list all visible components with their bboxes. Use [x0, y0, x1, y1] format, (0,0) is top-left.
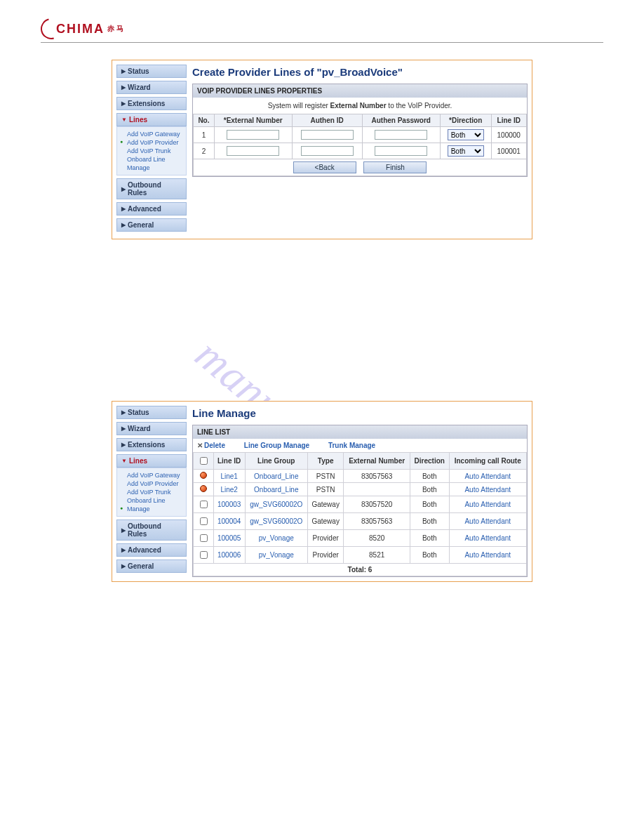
chevron-right-icon: ▶: [121, 100, 126, 107]
cell-type: Provider: [307, 530, 343, 547]
main-content: Line Manage LINE LIST ✕Delete Line Group…: [192, 406, 528, 577]
section-heading: LINE LIST: [193, 425, 527, 439]
delete-button[interactable]: ✕Delete: [197, 442, 225, 449]
nav-outbound-rules[interactable]: ▶Outbound Rules: [116, 178, 187, 199]
chevron-right-icon: ▶: [121, 425, 126, 432]
col-line-id: Line ID: [491, 114, 527, 127]
table-row: 2 Both 100001: [194, 143, 527, 159]
nav-extensions[interactable]: ▶Extensions: [116, 97, 187, 110]
line-group-manage-link[interactable]: Line Group Manage: [244, 442, 309, 449]
subnav-add-gateway[interactable]: Add VoIP Gateway: [127, 130, 185, 138]
chevron-right-icon: ▶: [121, 409, 126, 416]
nav-advanced[interactable]: ▶Advanced: [116, 202, 187, 216]
nav-lines[interactable]: ▼Lines: [116, 454, 187, 468]
nav-label: Lines: [129, 457, 147, 465]
subtext-post: to the VoIP Provider.: [387, 102, 452, 110]
nav-label: General: [128, 221, 154, 229]
cell-line-id[interactable]: Line2: [213, 483, 245, 496]
cell-line-group[interactable]: pv_Vonage: [245, 530, 307, 547]
direction-select[interactable]: Both: [448, 129, 484, 140]
row-checkbox[interactable]: [200, 517, 208, 525]
chevron-right-icon: ▶: [121, 68, 126, 74]
chevron-right-icon: ▶: [121, 222, 126, 228]
col-type: Type: [307, 453, 343, 470]
nav-wizard[interactable]: ▶Wizard: [116, 422, 187, 435]
table-row: 1 Both 100000: [194, 127, 527, 143]
nav-label: Extensions: [128, 441, 165, 449]
external-number-input[interactable]: [227, 146, 279, 156]
subnav-add-trunk[interactable]: Add VoIP Trunk: [127, 488, 185, 496]
cell-type: Provider: [307, 547, 343, 564]
cell-line-group[interactable]: Onboard_Line: [245, 483, 307, 496]
subnav-add-gateway[interactable]: Add VoIP Gateway: [127, 471, 185, 479]
cell-line-id[interactable]: 100006: [213, 547, 245, 564]
row-checkbox[interactable]: [200, 551, 208, 559]
external-number-input[interactable]: [227, 130, 279, 140]
col-checkbox: [194, 453, 214, 470]
cell-status: [194, 483, 214, 496]
authen-id-input[interactable]: [301, 146, 354, 156]
direction-select[interactable]: Both: [448, 145, 484, 157]
cell-route[interactable]: Auto Attendant: [449, 513, 527, 530]
total-label: Total: 6: [194, 564, 527, 576]
page-title: Line Manage: [192, 407, 528, 419]
subnav-add-trunk[interactable]: Add VoIP Trunk: [127, 147, 185, 155]
nav-general[interactable]: ▶General: [116, 218, 187, 232]
subnav-manage[interactable]: Manage: [127, 164, 185, 172]
cell-line-id[interactable]: 100005: [213, 530, 245, 547]
table-row: Line1Onboard_LinePSTN83057563BothAuto At…: [194, 470, 527, 483]
nav-label: Outbound Rules: [128, 522, 182, 538]
cell-route[interactable]: Auto Attendant: [449, 483, 527, 496]
subnav-onboard-line[interactable]: Onboard Line: [127, 496, 185, 505]
page-title: Create Provider Lines of "pv_BroadVoice": [192, 66, 528, 78]
cell-line-id[interactable]: Line1: [213, 470, 245, 483]
provider-lines-section: VOIP PROVIDER LINES PROPERTIES System wi…: [192, 84, 528, 177]
finish-button[interactable]: Finish: [363, 161, 427, 173]
row-checkbox[interactable]: [200, 534, 208, 542]
cell-line-group[interactable]: gw_SVG60002O: [245, 496, 307, 513]
subtext-pre: System will register: [268, 102, 330, 110]
cell-line-id[interactable]: 100004: [213, 513, 245, 530]
cell-line-id[interactable]: 100003: [213, 496, 245, 513]
nav-status[interactable]: ▶Status: [116, 65, 187, 78]
subnav-manage[interactable]: Manage: [127, 505, 185, 513]
cell-route[interactable]: Auto Attendant: [449, 530, 527, 547]
table-row: 100004gw_SVG60002OGateway83057563BothAut…: [194, 513, 527, 530]
nav-general[interactable]: ▶General: [116, 560, 187, 573]
nav-advanced[interactable]: ▶Advanced: [116, 543, 187, 557]
cell-route[interactable]: Auto Attendant: [449, 547, 527, 564]
trunk-manage-link[interactable]: Trunk Manage: [328, 442, 375, 449]
cell-external-number: 8520: [344, 530, 410, 547]
subnav-onboard-line[interactable]: Onboard Line: [127, 155, 185, 164]
chevron-right-icon: ▶: [121, 84, 126, 91]
nav-status[interactable]: ▶Status: [116, 406, 187, 419]
col-line-group: Line Group: [245, 453, 307, 470]
panel-create-provider: ▶Status ▶Wizard ▶Extensions ▼Lines Add V…: [112, 60, 532, 239]
authen-password-input[interactable]: [375, 130, 427, 140]
cell-direction: Both: [410, 496, 449, 513]
nav-lines[interactable]: ▼Lines: [116, 113, 187, 126]
cell-direction: Both: [410, 547, 449, 564]
sidebar: ▶Status ▶Wizard ▶Extensions ▼Lines Add V…: [116, 65, 187, 234]
cell-line-group[interactable]: gw_SVG60002O: [245, 513, 307, 530]
table-row: 100005pv_VonageProvider8520BothAuto Atte…: [194, 530, 527, 547]
back-button[interactable]: <Back: [293, 161, 356, 173]
nav-outbound-rules[interactable]: ▶Outbound Rules: [116, 519, 187, 541]
cell-route[interactable]: Auto Attendant: [449, 496, 527, 513]
cell-line-group[interactable]: Onboard_Line: [245, 470, 307, 483]
authen-password-input[interactable]: [375, 146, 427, 156]
table-row: Line2Onboard_LinePSTNBothAuto Attendant: [194, 483, 527, 496]
subnav-add-provider[interactable]: Add VoIP Provider: [127, 138, 185, 147]
select-all-checkbox[interactable]: [200, 457, 208, 465]
subnav-add-provider[interactable]: Add VoIP Provider: [127, 479, 185, 488]
cell-no: 2: [194, 143, 215, 159]
cell-line-group[interactable]: pv_Vonage: [245, 547, 307, 564]
authen-id-input[interactable]: [301, 130, 354, 140]
nav-extensions[interactable]: ▶Extensions: [116, 438, 187, 451]
nav-wizard[interactable]: ▶Wizard: [116, 81, 187, 94]
line-list-table: Line ID Line Group Type External Number …: [193, 452, 527, 576]
page-header: CHIMA 赤 马: [41, 14, 603, 43]
cell-route[interactable]: Auto Attendant: [449, 470, 527, 483]
col-direction: *Direction: [440, 114, 491, 127]
row-checkbox[interactable]: [200, 501, 208, 508]
